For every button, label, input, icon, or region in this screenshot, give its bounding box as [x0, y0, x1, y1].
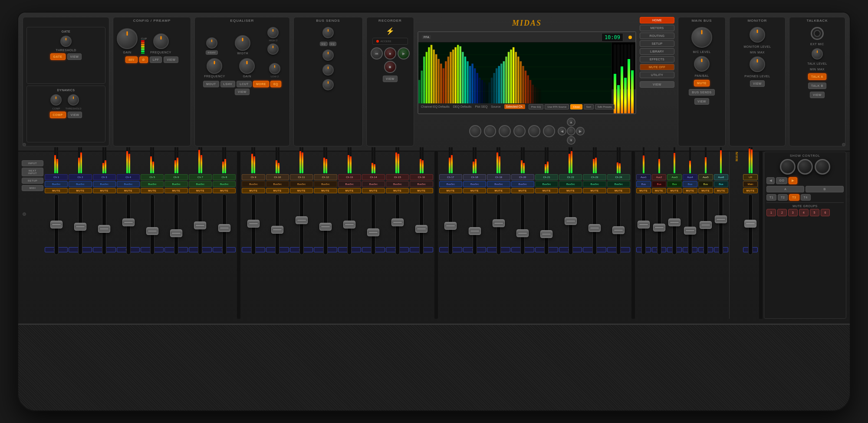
enc-btn-5[interactable]: [528, 125, 540, 137]
eq-gain-knob[interactable]: [239, 58, 255, 74]
nav-extra-btn[interactable]: VIEW: [640, 81, 674, 88]
ch2-fader-handle[interactable]: [74, 223, 86, 231]
ch8-fader-handle[interactable]: [218, 224, 230, 232]
enc-btn-3[interactable]: [499, 125, 511, 137]
ch23-mute[interactable]: MUTE: [583, 188, 606, 193]
main-bus-sends-btn[interactable]: BUS SENDS: [689, 89, 714, 96]
dpad-up[interactable]: ▲: [567, 118, 575, 126]
midi-btn[interactable]: MIDI: [22, 185, 43, 191]
mute-grp-6[interactable]: 6: [821, 209, 830, 216]
bus4-fader-handle[interactable]: [684, 227, 696, 235]
enc-btn-2[interactable]: [484, 125, 496, 137]
ch5-fader-handle[interactable]: [146, 227, 158, 235]
dynamics-comp-btn[interactable]: COMP: [50, 112, 66, 118]
eq-high2-knob[interactable]: [267, 27, 279, 38]
nav-routing-btn[interactable]: ROUTING: [640, 33, 674, 39]
eq-width-knob[interactable]: [235, 35, 250, 51]
ch21-mute[interactable]: MUTE: [535, 188, 558, 193]
eq-btn[interactable]: EQ: [270, 81, 281, 87]
ch3-mute[interactable]: MUTE: [93, 188, 116, 193]
gate-view-btn[interactable]: VIEW: [67, 53, 82, 60]
ch6-fader-handle[interactable]: [170, 229, 182, 237]
gain-knob[interactable]: [117, 28, 138, 49]
show-encoder-3[interactable]: [815, 159, 830, 175]
ch12-mute[interactable]: MUTE: [314, 188, 337, 193]
nav-setup-btn[interactable]: SETUP: [640, 40, 674, 47]
ch19-mute[interactable]: MUTE: [487, 188, 510, 193]
main-bus-view-btn[interactable]: VIEW: [694, 98, 709, 105]
ch16-fader-handle[interactable]: [415, 225, 427, 233]
mute-grp-3[interactable]: 3: [788, 209, 798, 216]
display-screen[interactable]: FFA 10:09: [418, 31, 636, 114]
recorder-view-btn[interactable]: VIEW: [383, 76, 398, 82]
ch21-fader-handle[interactable]: [540, 230, 552, 238]
scene-go-btn[interactable]: GO: [776, 177, 787, 184]
ch14-fader-handle[interactable]: [367, 228, 379, 236]
ch7-fader-handle[interactable]: [194, 221, 206, 229]
input-btn[interactable]: INPUT: [22, 160, 43, 166]
stop-btn[interactable]: ■: [384, 47, 396, 59]
ch3-fader-handle[interactable]: [98, 225, 110, 233]
t3-btn[interactable]: T3: [789, 194, 799, 201]
bus5-mute[interactable]: MUTE: [698, 188, 713, 193]
show-encoder-1[interactable]: [780, 159, 796, 175]
ch19-fader-handle[interactable]: [493, 219, 505, 227]
play-btn[interactable]: ▶: [398, 47, 410, 59]
eq-low2-knob[interactable]: [269, 63, 280, 74]
enc-btn-1[interactable]: [469, 125, 481, 137]
bus5-fader-handle[interactable]: [700, 221, 712, 229]
monitor-level-knob[interactable]: [750, 27, 765, 43]
ch15-mute[interactable]: MUTE: [386, 188, 409, 193]
bus3-fader-handle[interactable]: [668, 218, 681, 226]
t4-btn[interactable]: T4: [801, 194, 811, 201]
setup-btn-left[interactable]: SETUP: [22, 178, 43, 184]
more-btn[interactable]: MORE: [253, 81, 269, 87]
frequency-knob[interactable]: [153, 33, 169, 49]
ch17-fader-handle[interactable]: [444, 222, 457, 230]
ch23-fader-handle[interactable]: [589, 224, 601, 232]
ch22-mute[interactable]: MUTE: [559, 188, 582, 193]
ch5-mute[interactable]: MUTE: [141, 188, 164, 193]
phones-level-knob[interactable]: [750, 56, 765, 72]
bus-sends-btn1b[interactable]: EQ: [329, 42, 337, 46]
enc-btn-6[interactable]: [543, 125, 555, 137]
preamp-view-btn[interactable]: VIEW: [164, 56, 178, 63]
mute-grp-2[interactable]: 2: [777, 209, 787, 216]
a-btn[interactable]: A: [766, 186, 805, 192]
bus1-mute[interactable]: MUTE: [636, 188, 651, 193]
ch18-mute[interactable]: MUTE: [463, 188, 486, 193]
master-fader-handle[interactable]: [744, 220, 756, 228]
prev-btn[interactable]: ⏮: [371, 47, 383, 59]
eq-view-btn[interactable]: VIEW: [235, 89, 250, 95]
ch11-fader-handle[interactable]: [296, 216, 308, 224]
bus-sends-knob-1[interactable]: [322, 27, 334, 38]
bus2-fader-handle[interactable]: [653, 224, 665, 231]
eq-high2-freq-knob[interactable]: [267, 43, 279, 55]
nav-mute-off-btn[interactable]: MUTE OFF: [640, 64, 674, 70]
ch9-fader-handle[interactable]: [247, 220, 260, 228]
ch9-mute[interactable]: MUTE: [242, 188, 265, 193]
monitor-view-btn[interactable]: VIEW: [750, 80, 765, 87]
nav-meters-btn[interactable]: METERS: [640, 25, 674, 31]
bus6-fader-handle[interactable]: [715, 215, 727, 223]
ch6-mute[interactable]: MUTE: [164, 188, 187, 193]
scene-next-btn[interactable]: ▶: [789, 177, 797, 184]
gate-threshold-knob[interactable]: [60, 36, 72, 47]
display-tab1[interactable]: FFA: [422, 35, 431, 39]
scene-prev-btn[interactable]: ◀: [766, 177, 775, 184]
show-encoder-2[interactable]: [797, 159, 813, 175]
ch1-fader-handle[interactable]: [50, 221, 62, 228]
ch4-fader-handle[interactable]: [122, 218, 135, 226]
rec-btn[interactable]: ⏺: [384, 61, 396, 73]
ch10-fader-handle[interactable]: [271, 226, 283, 234]
bus-sends-knob-4[interactable]: [322, 79, 334, 90]
ch22-fader-handle[interactable]: [565, 217, 577, 225]
bus3-mute[interactable]: MUTE: [667, 188, 682, 193]
display-btn1[interactable]: Prev EQ: [529, 104, 544, 109]
mout-btn[interactable]: MOUT: [203, 81, 219, 87]
ch24-fader-handle[interactable]: [612, 226, 625, 234]
display-btn4[interactable]: Sort: [584, 104, 594, 109]
dpad-right[interactable]: ▶: [576, 127, 585, 135]
nav-library-btn[interactable]: LIBRARY: [640, 48, 674, 55]
dynamics-threshold-knob[interactable]: [68, 94, 79, 106]
